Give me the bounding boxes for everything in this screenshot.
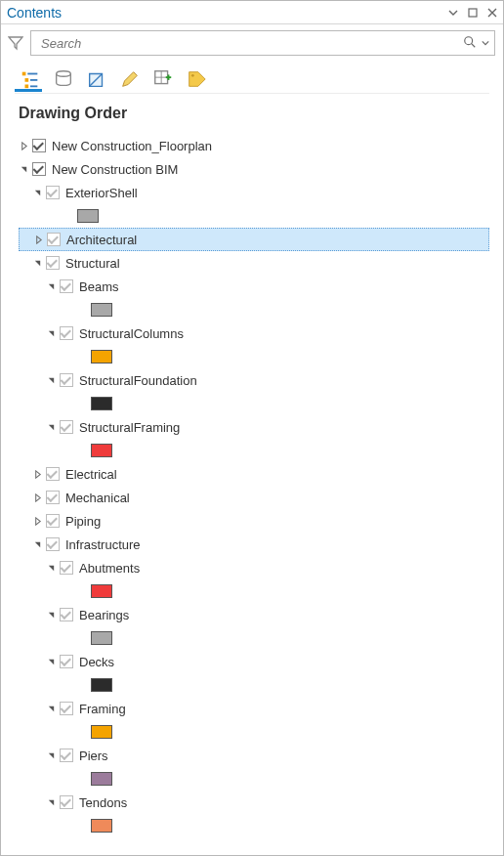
tree-node-tend[interactable]: Tendons bbox=[19, 791, 499, 814]
symbology-swatch[interactable] bbox=[19, 345, 499, 368]
list-by-selection-icon[interactable] bbox=[85, 67, 108, 91]
color-swatch[interactable] bbox=[91, 725, 112, 739]
list-by-editing-icon[interactable] bbox=[118, 67, 142, 91]
visibility-checkbox[interactable] bbox=[46, 537, 60, 551]
layer-label[interactable]: Abutments bbox=[77, 561, 140, 576]
layer-label[interactable]: Architectural bbox=[64, 233, 137, 247]
tree-node-extsh[interactable]: ExteriorShell bbox=[19, 181, 499, 204]
collapse-icon[interactable] bbox=[32, 258, 42, 268]
visibility-checkbox[interactable] bbox=[60, 279, 73, 293]
tree-node-frame[interactable]: StructuralFraming bbox=[19, 415, 499, 439]
tree-node-elec[interactable]: Electrical bbox=[19, 462, 499, 486]
tree-node-decks[interactable]: Decks bbox=[19, 650, 499, 673]
visibility-checkbox[interactable] bbox=[46, 491, 60, 504]
symbology-swatch[interactable] bbox=[19, 720, 499, 744]
color-swatch[interactable] bbox=[91, 584, 112, 598]
collapse-icon[interactable] bbox=[46, 750, 56, 760]
tree-node-arch[interactable]: Architectural bbox=[19, 228, 489, 251]
visibility-checkbox[interactable] bbox=[32, 162, 46, 176]
dropdown-icon[interactable] bbox=[446, 6, 460, 20]
tree-node-struct[interactable]: Structural bbox=[19, 251, 499, 275]
layer-label[interactable]: Structural bbox=[63, 256, 120, 271]
collapse-icon[interactable] bbox=[46, 610, 56, 620]
tree-node-pipe[interactable]: Piping bbox=[19, 509, 499, 533]
tree-node-fram2[interactable]: Framing bbox=[19, 697, 499, 720]
visibility-checkbox[interactable] bbox=[60, 373, 73, 387]
visibility-checkbox[interactable] bbox=[60, 608, 73, 621]
visibility-checkbox[interactable] bbox=[60, 702, 73, 715]
filter-icon[interactable] bbox=[7, 34, 24, 52]
symbology-swatch[interactable] bbox=[19, 579, 499, 603]
collapse-icon[interactable] bbox=[32, 188, 42, 197]
expand-icon[interactable] bbox=[19, 141, 28, 150]
color-swatch[interactable] bbox=[91, 444, 112, 457]
visibility-checkbox[interactable] bbox=[60, 420, 73, 434]
tree-node-cols[interactable]: StructuralColumns bbox=[19, 321, 499, 345]
autohide-icon[interactable] bbox=[466, 6, 480, 20]
symbology-swatch[interactable] bbox=[19, 814, 499, 837]
visibility-checkbox[interactable] bbox=[60, 561, 73, 575]
collapse-icon[interactable] bbox=[32, 539, 42, 549]
collapse-icon[interactable] bbox=[46, 797, 56, 807]
layer-label[interactable]: Electrical bbox=[63, 467, 117, 482]
color-swatch[interactable] bbox=[91, 303, 112, 317]
close-icon[interactable] bbox=[485, 6, 499, 20]
list-by-drawing-order-icon[interactable] bbox=[19, 67, 42, 91]
color-swatch[interactable] bbox=[91, 772, 112, 786]
layer-label[interactable]: Bearings bbox=[77, 608, 129, 622]
symbology-swatch[interactable] bbox=[19, 298, 499, 321]
visibility-checkbox[interactable] bbox=[46, 514, 60, 528]
expand-icon[interactable] bbox=[32, 492, 42, 502]
layer-label[interactable]: Framing bbox=[77, 702, 126, 716]
collapse-icon[interactable] bbox=[46, 657, 56, 666]
collapse-icon[interactable] bbox=[46, 281, 56, 291]
tree-node-infra[interactable]: Infrastructure bbox=[19, 533, 499, 556]
color-swatch[interactable] bbox=[91, 631, 112, 645]
layer-label[interactable]: Piping bbox=[63, 514, 101, 529]
layer-label[interactable]: Infrastructure bbox=[63, 537, 141, 552]
collapse-icon[interactable] bbox=[46, 375, 56, 385]
layer-label[interactable]: Decks bbox=[77, 655, 114, 669]
tree-scroll[interactable]: New Construction_FloorplanNew Constructi… bbox=[5, 130, 499, 851]
symbology-swatch[interactable] bbox=[19, 204, 499, 228]
layer-label[interactable]: Piers bbox=[77, 749, 108, 763]
color-swatch[interactable] bbox=[91, 350, 112, 364]
layer-label[interactable]: Tendons bbox=[77, 795, 127, 810]
collapse-icon[interactable] bbox=[46, 704, 56, 713]
collapse-icon[interactable] bbox=[46, 422, 56, 432]
color-swatch[interactable] bbox=[91, 678, 112, 692]
layer-label[interactable]: Beams bbox=[77, 279, 118, 294]
tree-node-abut[interactable]: Abutments bbox=[19, 556, 499, 579]
collapse-icon[interactable] bbox=[46, 563, 56, 573]
tree-node-piers[interactable]: Piers bbox=[19, 744, 499, 767]
visibility-checkbox[interactable] bbox=[60, 749, 73, 762]
tree-node-bim[interactable]: New Construction BIM bbox=[19, 157, 499, 181]
visibility-checkbox[interactable] bbox=[60, 655, 73, 668]
tree-node-mech[interactable]: Mechanical bbox=[19, 486, 499, 509]
tree-node-beams[interactable]: Beams bbox=[19, 275, 499, 298]
visibility-checkbox[interactable] bbox=[32, 139, 46, 152]
layer-label[interactable]: StructuralFraming bbox=[77, 420, 180, 435]
visibility-checkbox[interactable] bbox=[60, 795, 73, 809]
search-box[interactable] bbox=[30, 30, 495, 56]
layer-label[interactable]: New Construction BIM bbox=[50, 162, 178, 177]
symbology-swatch[interactable] bbox=[19, 767, 499, 791]
visibility-checkbox[interactable] bbox=[46, 467, 60, 481]
list-by-labeling-icon[interactable] bbox=[185, 67, 208, 91]
search-icon[interactable] bbox=[463, 35, 479, 51]
layer-label[interactable]: New Construction_Floorplan bbox=[50, 139, 212, 153]
color-swatch[interactable] bbox=[91, 397, 112, 410]
tree-node-floorplan[interactable]: New Construction_Floorplan bbox=[19, 134, 499, 157]
tree-node-found[interactable]: StructuralFoundation bbox=[19, 368, 499, 392]
symbology-swatch[interactable] bbox=[19, 626, 499, 650]
symbology-swatch[interactable] bbox=[19, 392, 499, 415]
visibility-checkbox[interactable] bbox=[46, 186, 60, 199]
search-input[interactable] bbox=[39, 35, 463, 52]
tree-node-bear[interactable]: Bearings bbox=[19, 603, 499, 626]
list-by-snapping-icon[interactable] bbox=[151, 67, 175, 91]
expand-icon[interactable] bbox=[32, 469, 42, 479]
symbology-swatch[interactable] bbox=[19, 673, 499, 697]
visibility-checkbox[interactable] bbox=[46, 256, 60, 270]
list-by-source-icon[interactable] bbox=[52, 67, 75, 91]
visibility-checkbox[interactable] bbox=[60, 326, 73, 340]
